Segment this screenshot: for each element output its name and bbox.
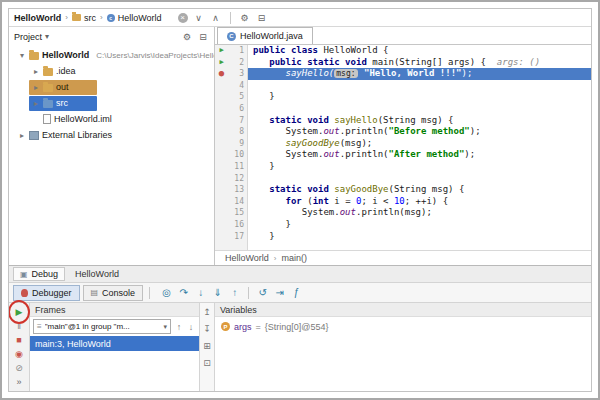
breadcrumb-item[interactable]: HelloWorld	[225, 253, 269, 263]
mute-breakpoints-button[interactable]: ⊘	[13, 362, 26, 374]
tree-item-label: .idea	[56, 66, 76, 76]
tab-console[interactable]: ▤ Console	[83, 285, 144, 301]
run-icon[interactable]: ▶	[215, 45, 228, 57]
code-column: public class HelloWorld { public static …	[248, 45, 591, 250]
code-line[interactable]	[248, 80, 591, 92]
stop-button[interactable]: ■	[13, 334, 26, 346]
project-panel: Project ▾ ⚙⊟ ▾HelloWorldC:\Users\Jarvis\…	[9, 27, 215, 265]
screenshot-frame: HelloWorld›src›cHelloWorld ×∨∧⚙⊟ Project…	[0, 0, 600, 400]
ide-window: HelloWorld›src›cHelloWorld ×∨∧⚙⊟ Project…	[8, 8, 592, 392]
code-text: sayHello(	[286, 68, 335, 78]
tree-item-external-libraries[interactable]: ▸External Libraries	[9, 127, 214, 143]
code-line[interactable]: System.out.println("Before method");	[248, 126, 591, 138]
chevron-down-icon[interactable]: ∨	[193, 12, 205, 24]
force-step-into-icon[interactable]: ⇓	[211, 286, 224, 300]
view-breakpoints-button[interactable]: ◉	[13, 348, 26, 360]
chevron-up-icon[interactable]: ∧	[210, 12, 222, 24]
dropdown-arrow-icon: ▾	[163, 323, 167, 331]
console-icon: ▤	[91, 288, 99, 297]
chevron-right-icon[interactable]: ▸	[32, 99, 40, 108]
hide-panel-icon[interactable]: ⊟	[256, 12, 268, 24]
resume-button[interactable]: ▶	[13, 306, 26, 318]
tab-debugger[interactable]: Debugger	[13, 285, 80, 301]
code-line[interactable]	[248, 103, 591, 115]
gutter-cell	[215, 207, 228, 219]
variable-row[interactable]: Pargs = {String[0]@554}	[221, 320, 585, 333]
code-line[interactable]: System.out.println("After method");	[248, 149, 591, 161]
folder-icon	[29, 52, 39, 60]
settings-icon[interactable]: ⚙	[239, 12, 251, 24]
down-stack-icon[interactable]: ↧	[203, 324, 211, 334]
line-number: 1	[228, 45, 244, 57]
code-text: public static void	[269, 57, 372, 67]
breadcrumb-item[interactable]: HelloWorld	[14, 13, 61, 23]
evaluate-expression-icon[interactable]: ƒ	[290, 286, 303, 300]
code-line[interactable]: sayGoodBye(msg);	[248, 138, 591, 150]
frame-down-icon[interactable]: ↓	[186, 321, 196, 333]
code-line[interactable]: public class HelloWorld {	[248, 45, 591, 57]
tree-item-helloworld[interactable]: ▾HelloWorldC:\Users\Jarvis\IdeaProjects\…	[9, 47, 214, 63]
mid-strip: ↥↧⊞⊡	[200, 303, 215, 391]
line-number: 16	[228, 219, 244, 231]
code-line[interactable]	[248, 173, 591, 185]
code-line[interactable]: }	[248, 219, 591, 231]
view-options-icon[interactable]: ⊡	[203, 358, 211, 368]
up-stack-icon[interactable]: ↥	[203, 307, 211, 317]
project-tree: ▾HelloWorldC:\Users\Jarvis\IdeaProjects\…	[9, 46, 214, 265]
code-line[interactable]: }	[248, 231, 591, 243]
thread-selector[interactable]: ≡ "main"@1 in group "m... ▾	[33, 319, 171, 334]
code-line[interactable]: }	[248, 161, 591, 173]
line-number: 13	[228, 184, 244, 196]
step-out-icon[interactable]: ↑	[228, 286, 241, 300]
chevron-right-icon[interactable]: ▸	[18, 131, 26, 140]
step-over-icon[interactable]: ↷	[177, 286, 190, 300]
code-line[interactable]: }	[248, 91, 591, 103]
run-to-cursor-icon[interactable]: ⇥	[273, 286, 286, 300]
tree-item-src[interactable]: ▸src	[9, 95, 214, 111]
tree-item--idea[interactable]: ▸.idea	[9, 63, 214, 79]
gutter-cell	[215, 80, 228, 92]
debug-tab[interactable]: ▣ Debug	[13, 267, 65, 281]
frame-item[interactable]: main:3, HelloWorld	[30, 336, 199, 351]
run-icon[interactable]: ▶	[215, 57, 228, 69]
breadcrumb-label: HelloWorld	[118, 13, 162, 23]
tree-item-helloworld-iml[interactable]: HelloWorld.iml	[9, 111, 214, 127]
breadcrumb-item[interactable]: main()	[282, 253, 308, 263]
breadcrumb-item[interactable]: src	[72, 13, 96, 23]
breadcrumb-item[interactable]: cHelloWorld	[107, 13, 162, 23]
tree-item-out[interactable]: ▸out	[9, 79, 214, 95]
code-text	[253, 184, 269, 194]
more-options-icon[interactable]: »	[13, 376, 26, 388]
code-line[interactable]: public static void main(String[] args) {…	[248, 57, 591, 69]
code-line[interactable]: static void sayGoodBye(String msg) {	[248, 184, 591, 196]
code-line[interactable]: static void sayHello(String msg) {	[248, 115, 591, 127]
code-text	[253, 138, 286, 148]
breakpoint-icon[interactable]: ●	[215, 68, 228, 80]
tree-item-label: HelloWorld.iml	[54, 114, 112, 124]
settings-icon[interactable]: ⚙	[181, 31, 193, 43]
add-watch-icon[interactable]: ⊞	[203, 341, 211, 351]
hide-icon[interactable]: ⊟	[197, 31, 209, 43]
chevron-down-icon[interactable]: ▾	[45, 32, 49, 41]
project-panel-title[interactable]: Project	[14, 32, 42, 42]
code-line[interactable]: sayHello(msg: "Hello, World !!!");	[248, 68, 591, 80]
show-execution-point-icon[interactable]: ◎	[160, 286, 173, 300]
gutter-cell	[215, 91, 228, 103]
tree-item-label: src	[56, 98, 68, 108]
gutter-cell	[215, 196, 228, 208]
frame-up-icon[interactable]: ↑	[174, 321, 184, 333]
drop-frame-icon[interactable]: ↺	[256, 286, 269, 300]
code-line[interactable]: for (int i = 0; i < 10; ++i) {	[248, 196, 591, 208]
pause-button[interactable]: ‖	[13, 320, 26, 332]
step-into-icon[interactable]: ↓	[194, 286, 207, 300]
code-line[interactable]: System.out.println(msg);	[248, 207, 591, 219]
chevron-down-icon[interactable]: ▾	[18, 51, 26, 60]
editor-tab[interactable]: C HelloWorld.java	[217, 27, 313, 44]
folder-icon	[43, 84, 53, 92]
editor-breadcrumb: HelloWorld › main()	[215, 250, 591, 265]
chevron-right-icon[interactable]: ▸	[32, 83, 40, 92]
chevron-right-icon[interactable]: ▸	[32, 67, 40, 76]
code-text: "Before method"	[389, 126, 470, 136]
close-icon[interactable]: ×	[178, 13, 188, 23]
code-text: "After method"	[389, 149, 465, 159]
